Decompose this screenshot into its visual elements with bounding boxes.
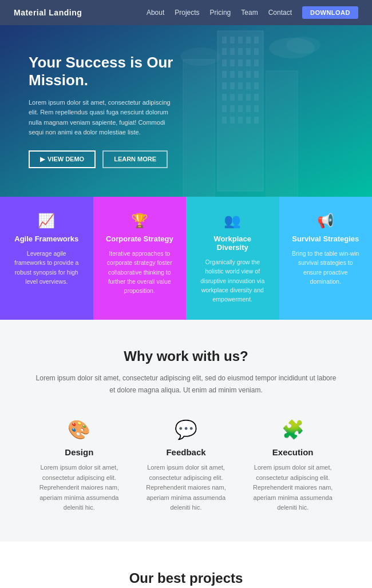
svg-rect-14 (246, 59, 251, 66)
feature-agile: 📈 Agile Frameworks Leverage agile framew… (0, 197, 93, 320)
survival-title: Survival Strategies (291, 235, 361, 243)
learn-more-button[interactable]: LEARN MORE (102, 150, 168, 168)
projects-title: Our best projects (29, 570, 343, 586)
hero-content: Your Success is Our Mission. Lorem ipsum… (0, 31, 206, 191)
svg-rect-35 (254, 105, 259, 112)
corporate-text: Iterative approaches to corporate strate… (105, 249, 175, 295)
svg-rect-17 (230, 71, 235, 78)
hero-text: Lorem ipsum dolor sit amet, consectetur … (29, 98, 177, 138)
why-section: Why work with us? Lorem ipsum dolor sit … (0, 320, 372, 542)
workplace-text: Organically grow the holistic world view… (197, 257, 268, 304)
svg-rect-15 (254, 59, 259, 66)
workplace-icon: 👥 (197, 213, 268, 229)
design-icon: 🎨 (34, 419, 124, 440)
svg-rect-42 (266, 71, 298, 197)
svg-rect-39 (246, 117, 251, 124)
why-subtitle: Lorem ipsum dolor sit amet, consectetur … (34, 372, 338, 396)
play-icon: ▶ (40, 156, 45, 163)
why-design: 🎨 Design Lorem ipsum dolor sit amet, con… (34, 419, 124, 513)
svg-rect-25 (254, 82, 259, 89)
svg-rect-6 (222, 48, 227, 55)
svg-rect-36 (222, 117, 227, 124)
svg-rect-33 (238, 105, 243, 112)
svg-rect-24 (246, 82, 251, 89)
svg-rect-32 (230, 105, 235, 112)
execution-title: Execution (248, 447, 338, 457)
svg-rect-31 (222, 105, 227, 112)
feedback-text: Lorem ipsum dolor sit amet, consectetur … (141, 463, 231, 513)
svg-rect-11 (222, 59, 227, 66)
nav-projects[interactable]: Projects (175, 9, 199, 17)
svg-rect-34 (246, 105, 251, 112)
survival-text: Bring to the table win-win survival stra… (291, 249, 361, 286)
svg-rect-20 (254, 71, 259, 78)
feature-survival: 📢 Survival Strategies Bring to the table… (279, 197, 373, 320)
agile-title: Agile Frameworks (11, 235, 82, 243)
svg-rect-19 (246, 71, 251, 78)
feedback-icon: 💬 (141, 419, 231, 440)
svg-rect-3 (238, 37, 243, 43)
nav-pricing[interactable]: Pricing (210, 9, 231, 17)
why-title: Why work with us? (34, 348, 338, 364)
corporate-icon: 🏆 (105, 213, 175, 229)
svg-rect-21 (222, 82, 227, 89)
feature-workplace: 👥 Workplace Diversity Organically grow t… (186, 197, 279, 320)
svg-rect-4 (246, 37, 251, 43)
agile-text: Leverage agile frameworks to provide a r… (11, 249, 82, 286)
svg-rect-12 (230, 59, 235, 66)
survival-icon: 📢 (291, 213, 361, 229)
execution-icon: 🧩 (248, 419, 338, 440)
nav-links: About Projects Pricing Team Contact DOWN… (147, 6, 358, 19)
agile-icon: 📈 (11, 213, 82, 229)
projects-section: Our best projects Duis aute irure dolor … (0, 542, 372, 588)
feedback-title: Feedback (141, 447, 231, 457)
why-execution: 🧩 Execution Lorem ipsum dolor sit amet, … (248, 419, 338, 513)
svg-rect-40 (254, 117, 259, 124)
svg-rect-29 (246, 94, 251, 101)
svg-rect-16 (222, 71, 227, 78)
features-strip: 📈 Agile Frameworks Leverage agile framew… (0, 197, 372, 320)
svg-rect-10 (254, 48, 259, 55)
nav-about[interactable]: About (147, 9, 164, 17)
view-demo-button[interactable]: ▶ VIEW DEMO (29, 150, 96, 168)
svg-rect-37 (230, 117, 235, 124)
design-title: Design (34, 447, 124, 457)
nav-brand: Material Landing (14, 8, 82, 17)
svg-rect-2 (230, 37, 235, 43)
svg-rect-13 (238, 59, 243, 66)
svg-rect-22 (230, 82, 235, 89)
nav-team[interactable]: Team (241, 9, 258, 17)
svg-rect-27 (230, 94, 235, 101)
download-button[interactable]: DOWNLOAD (302, 6, 358, 19)
workplace-title: Workplace Diversity (197, 235, 268, 252)
svg-rect-38 (238, 117, 243, 124)
svg-rect-8 (238, 48, 243, 55)
svg-rect-28 (238, 94, 243, 101)
hero-section: Your Success is Our Mission. Lorem ipsum… (0, 25, 372, 197)
svg-point-44 (286, 37, 320, 54)
svg-rect-9 (246, 48, 251, 55)
feature-corporate: 🏆 Corporate Strategy Iterative approache… (93, 197, 187, 320)
why-cards: 🎨 Design Lorem ipsum dolor sit amet, con… (34, 419, 338, 513)
design-text: Lorem ipsum dolor sit amet, consectetur … (34, 463, 124, 513)
svg-rect-5 (254, 37, 259, 43)
execution-text: Lorem ipsum dolor sit amet, consectetur … (248, 463, 338, 513)
hero-title: Your Success is Our Mission. (29, 54, 177, 89)
nav-contact[interactable]: Contact (268, 9, 292, 17)
svg-rect-7 (230, 48, 235, 55)
svg-rect-1 (222, 37, 227, 43)
svg-rect-18 (238, 71, 243, 78)
corporate-title: Corporate Strategy (105, 235, 175, 243)
svg-rect-30 (254, 94, 259, 101)
svg-rect-23 (238, 82, 243, 89)
hero-buttons: ▶ VIEW DEMO LEARN MORE (29, 150, 177, 168)
why-feedback: 💬 Feedback Lorem ipsum dolor sit amet, c… (141, 419, 231, 513)
navbar: Material Landing About Projects Pricing … (0, 0, 372, 25)
view-demo-label: VIEW DEMO (48, 156, 84, 162)
svg-rect-26 (222, 94, 227, 101)
